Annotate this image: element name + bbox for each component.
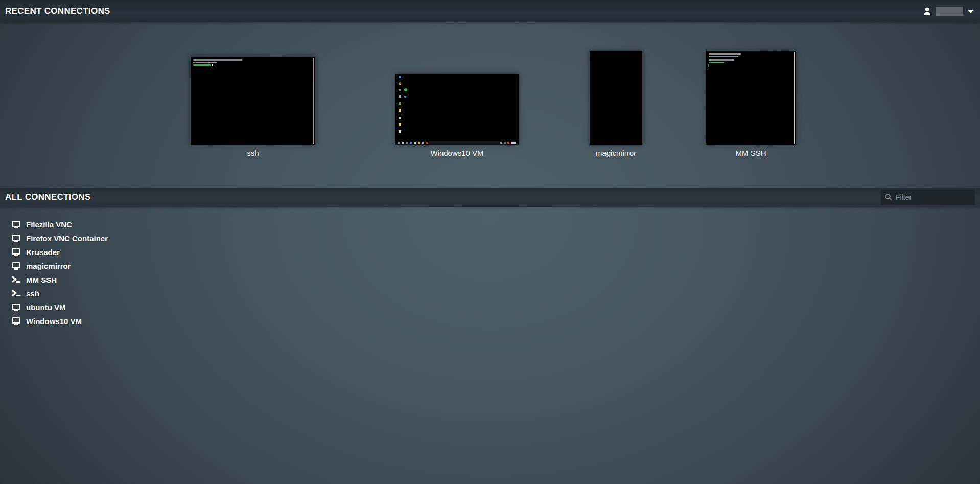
- terminal-output-preview: [709, 59, 734, 61]
- desktop-icon: [399, 76, 401, 78]
- terminal-output-preview: [709, 56, 738, 57]
- all-connections-title: ALL CONNECTIONS: [0, 192, 91, 202]
- recent-connections-header: RECENT CONNECTIONS: [0, 0, 980, 22]
- list-item: ubuntu VM: [0, 301, 460, 314]
- connection-thumbnail: [191, 57, 315, 145]
- recent-connection-label: Windows10 VM: [430, 149, 483, 157]
- desktop-icon: [404, 96, 406, 98]
- desktop-icon: [404, 88, 407, 91]
- recent-connection-label: magicmirror: [596, 149, 636, 157]
- filter-input[interactable]: [896, 193, 967, 201]
- desktop-icon: [399, 123, 401, 126]
- list-item: ssh: [0, 287, 460, 301]
- desktop-icon: [399, 130, 401, 133]
- connection-firefox-vnc-container[interactable]: Firefox VNC Container: [0, 232, 460, 245]
- connection-thumbnail: [590, 51, 642, 145]
- connection-thumbnail: [706, 51, 796, 145]
- terminal-cursor: [708, 64, 709, 67]
- chevron-down-icon: [968, 10, 974, 13]
- connection-krusader[interactable]: Krusader: [0, 245, 460, 259]
- monitor-icon: [12, 262, 21, 271]
- desktop-icon: [399, 109, 401, 112]
- terminal-output-preview: [193, 62, 217, 63]
- recent-connection-label: ssh: [247, 149, 259, 157]
- search-icon: [885, 194, 892, 201]
- windows-taskbar: [395, 141, 519, 145]
- user-icon: [923, 7, 931, 16]
- monitor-icon: [12, 220, 21, 229]
- monitor-icon: [12, 248, 21, 257]
- list-item: Filezilla VNC: [0, 218, 460, 232]
- list-item: Windows10 VM: [0, 314, 460, 328]
- connection-ubuntu-vm[interactable]: ubuntu VM: [0, 301, 460, 314]
- list-item: MM SSH: [0, 273, 460, 287]
- desktop-icon: [399, 117, 401, 119]
- list-item: magicmirror: [0, 259, 460, 273]
- connection-filezilla-vnc[interactable]: Filezilla VNC: [0, 218, 460, 232]
- recent-connection-mm-ssh[interactable]: MM SSH: [706, 51, 796, 157]
- all-connections-list: Filezilla VNC Firefox VNC Container Krus…: [0, 218, 460, 328]
- desktop-icon: [399, 82, 401, 85]
- connection-ssh[interactable]: ssh: [0, 287, 460, 301]
- desktop-icon: [399, 89, 401, 91]
- connection-magicmirror[interactable]: magicmirror: [0, 259, 460, 273]
- desktop-icon: [399, 95, 401, 98]
- list-item: Firefox VNC Container: [0, 232, 460, 245]
- list-item: Krusader: [0, 245, 460, 259]
- connection-mm-ssh[interactable]: MM SSH: [0, 273, 460, 287]
- recent-connection-windows10-vm[interactable]: Windows10 VM: [395, 74, 519, 157]
- connection-windows10-vm[interactable]: Windows10 VM: [0, 314, 460, 328]
- filter-box: [881, 190, 975, 205]
- terminal-output-preview: [709, 53, 741, 55]
- monitor-icon: [12, 234, 21, 243]
- recent-connection-magicmirror[interactable]: magicmirror: [590, 51, 642, 157]
- all-connections-header: ALL CONNECTIONS: [0, 188, 980, 207]
- terminal-cursor: [212, 64, 213, 66]
- thumbnail-scrollbar: [313, 58, 314, 144]
- recent-connection-ssh[interactable]: ssh: [191, 57, 315, 157]
- terminal-prompt-preview: [193, 64, 211, 66]
- recent-connections-title: RECENT CONNECTIONS: [0, 6, 110, 16]
- monitor-icon: [12, 303, 21, 312]
- username-redacted: [936, 7, 963, 16]
- connection-thumbnail: [395, 74, 519, 145]
- recent-connection-label: MM SSH: [736, 149, 766, 157]
- desktop-icon: [399, 102, 401, 105]
- terminal-icon: [12, 289, 21, 298]
- terminal-icon: [12, 275, 21, 285]
- terminal-output-preview: [193, 59, 242, 61]
- user-menu-button[interactable]: [923, 7, 980, 16]
- terminal-prompt-preview: [709, 62, 724, 63]
- thumbnail-scrollbar: [794, 52, 795, 144]
- monitor-icon: [12, 317, 21, 326]
